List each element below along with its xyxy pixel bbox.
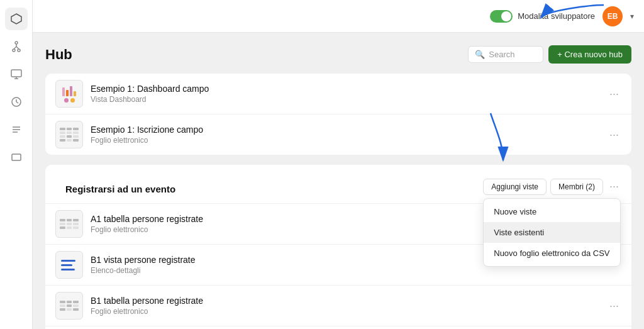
membri-button[interactable]: Membri (2) [550,179,603,195]
dropdown-item-csv[interactable]: Nuovo foglio elettronico da CSV [484,243,619,264]
aggiungi-dropdown: Nuove viste Viste esistenti Nuovo foglio… [483,198,620,267]
item-info: Esempio 1: Iscrizione campo Foglio elett… [91,125,607,145]
item-menu-icon[interactable]: ··· [607,126,621,144]
sidebar [0,0,33,329]
list-item: Esempio 1: Iscrizione campo Foglio elett… [45,114,631,155]
item-type: Vista Dashboard [91,95,607,104]
item-type: Foglio elettronico [91,136,607,145]
page-header: Hub 🔍 Search + Crea nuovo hub [45,45,631,64]
avatar-chevron-icon[interactable]: ▾ [630,12,634,21]
topbar: Modalità sviluppatore EB ▾ [33,0,644,33]
page-title: Hub [45,47,72,63]
card-examples: Esempio 1: Dashboard campo Vista Dashboa… [45,74,631,155]
toggle-switch[interactable] [490,10,513,23]
svg-rect-9 [11,70,21,77]
item-name: B1 tabella persone registrate [91,296,607,306]
item-menu-icon[interactable]: ··· [607,297,621,315]
section-header: Registrarsi ad un evento Aggiungi viste … [45,165,631,203]
dropdown-item-nuove[interactable]: Nuove viste [484,201,619,222]
dropdown-item-esistenti[interactable]: Viste esistenti [484,222,619,243]
search-box[interactable]: 🔍 Search [468,46,543,63]
sheet-thumb [55,210,83,238]
svg-line-8 [16,47,19,49]
dashboard-thumb [55,80,83,108]
item-name: Esempio 1: Dashboard campo [91,84,607,94]
svg-point-4 [13,49,15,52]
section-menu-icon[interactable]: ··· [607,177,621,196]
main-content: Modalità sviluppatore EB ▾ Hub 🔍 Search … [33,0,644,329]
item-info: Esempio 1: Dashboard campo Vista Dashboa… [91,84,607,104]
header-actions: 🔍 Search + Crea nuovo hub [468,45,631,64]
section-actions: Aggiungi viste Nuove viste Viste esisten… [483,177,621,196]
svg-line-14 [16,102,18,103]
svg-point-3 [15,42,18,44]
sidebar-item-fork[interactable] [5,35,28,58]
search-placeholder: Search [489,50,514,59]
aggiungi-viste-button[interactable]: Aggiungi viste [483,179,547,195]
section-title: Registrarsi ad un evento [55,174,186,199]
line-thumb [55,251,83,279]
sidebar-item-clock[interactable] [5,91,28,113]
dev-mode-label: Modalità sviluppatore [518,11,595,21]
sidebar-item-monitor[interactable] [5,63,28,86]
card-event: Registrarsi ad un evento Aggiungi viste … [45,165,631,329]
list-item: Esempio 1: Dashboard campo Vista Dashboa… [45,74,631,114]
svg-point-5 [18,49,20,52]
list-item: A1 Modulo pubblico Modulo ··· [45,326,631,329]
item-type: Foglio elettronico [91,307,607,316]
user-avatar[interactable]: EB [602,6,623,26]
sidebar-item-hub[interactable] [5,8,28,30]
item-type: Elenco-dettagli [91,266,607,275]
content-area: Hub 🔍 Search + Crea nuovo hub [33,33,644,329]
dev-mode-toggle[interactable]: Modalità sviluppatore [490,10,595,23]
svg-marker-2 [11,14,21,24]
sheet-thumb2 [55,292,83,320]
item-menu-icon[interactable]: ··· [607,85,621,103]
svg-rect-18 [12,154,21,160]
search-icon: 🔍 [475,50,485,59]
sidebar-item-screen[interactable] [5,146,28,169]
sheet-thumb [55,121,83,148]
create-hub-button[interactable]: + Crea nuovo hub [548,45,631,64]
list-item: B1 tabella persone registrate Foglio ele… [45,285,631,326]
svg-line-7 [14,47,16,49]
item-name: Esempio 1: Iscrizione campo [91,125,607,135]
item-info: B1 tabella persone registrate Foglio ele… [91,296,607,316]
sidebar-item-feed[interactable] [5,118,28,141]
